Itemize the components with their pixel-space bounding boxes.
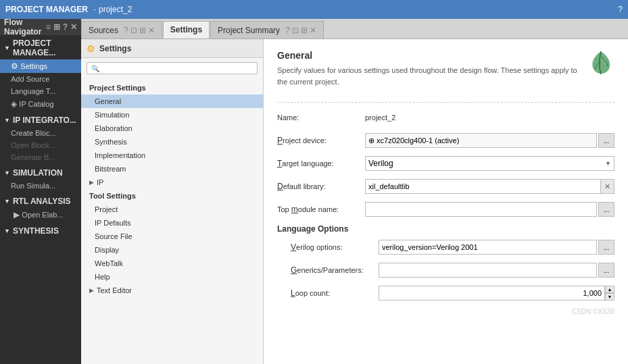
- default-library-clear-button[interactable]: ✕: [601, 179, 614, 194]
- default-library-label: Default library:: [277, 182, 365, 191]
- verilog-options-browse-button[interactable]: ...: [598, 240, 614, 255]
- flow-nav-section-synth: ▼ SYNTHESIS: [0, 223, 81, 239]
- tool-settings-header: Tool Settings: [81, 189, 263, 203]
- settings-tab-label: Settings: [170, 25, 202, 34]
- tree-item-source-file[interactable]: Source File: [81, 230, 263, 243]
- settings-panel-title: Settings: [99, 44, 131, 53]
- search-icon: 🔍: [91, 65, 99, 72]
- summary-tab-icon-close[interactable]: ✕: [310, 26, 316, 35]
- sources-tab-icon-help[interactable]: ?: [124, 26, 128, 35]
- flow-nav-section-header-ip[interactable]: ▼ IP INTEGRATO...: [0, 113, 81, 127]
- nav-icon-3[interactable]: ?: [63, 22, 68, 32]
- form-row-generics: Generics/Parameters: ...: [277, 262, 614, 278]
- top-module-field: ...: [365, 202, 614, 217]
- section-label-pm: PROJECT MANAGE...: [13, 38, 77, 57]
- watermark: CSDN ©XS30: [277, 308, 614, 315]
- ip-arrow-icon: ▶: [89, 179, 94, 186]
- nav-icon-1[interactable]: ≡: [46, 22, 51, 32]
- section-title: General: [277, 50, 581, 61]
- section-label-synth: SYNTHESIS: [13, 226, 59, 236]
- tree-item-elaboration[interactable]: Elaboration: [81, 122, 263, 135]
- arrow-icon-rtl-sub: ▶: [14, 210, 22, 219]
- flow-nav-item-add-source[interactable]: Add Source: [0, 73, 81, 85]
- tab-sources[interactable]: Sources ? ⊡ ⊞ ✕: [81, 21, 162, 38]
- chevron-down-icon: ▼: [605, 160, 611, 167]
- sources-tab-icon-close[interactable]: ✕: [148, 26, 155, 35]
- default-library-input[interactable]: [365, 179, 601, 194]
- ip-icon: ◈: [11, 99, 19, 109]
- flow-nav-item-ip-catalog[interactable]: ◈ IP Catalog: [0, 97, 81, 111]
- loop-count-decrement-button[interactable]: ▼: [605, 293, 614, 301]
- vivado-logo-icon: [587, 50, 614, 77]
- settings-tree-panel: ⚙ Settings 🔍 Project Settings General Si…: [81, 39, 264, 364]
- tree-item-implementation[interactable]: Implementation: [81, 149, 263, 162]
- flow-nav-section-header-pm[interactable]: ▼ PROJECT MANAGE...: [0, 36, 81, 59]
- tree-item-bitstream[interactable]: Bitstream: [81, 162, 263, 176]
- nav-icon-2[interactable]: ⊞: [53, 22, 60, 32]
- flow-nav-header-icons: ≡ ⊞ ? ✕: [46, 22, 77, 32]
- project-settings-header: Project Settings: [81, 81, 263, 95]
- settings-tree: Project Settings General Simulation Elab…: [81, 78, 263, 364]
- target-language-select[interactable]: Verilog ▼: [365, 156, 614, 171]
- sources-tab-icon-restore[interactable]: ⊡: [130, 26, 137, 35]
- flow-nav-title: Flow Navigator: [4, 19, 46, 36]
- arrow-icon-synth: ▼: [4, 228, 10, 234]
- flow-nav-item-generate: Generate B...: [0, 151, 81, 163]
- flow-nav-item-open-elab[interactable]: ▶ Open Elab...: [0, 208, 81, 222]
- verilog-options-field: ...: [379, 240, 614, 255]
- tab-settings[interactable]: Settings: [163, 21, 210, 38]
- sources-tab-icon-max[interactable]: ⊞: [139, 26, 146, 35]
- name-label: Name:: [277, 113, 365, 122]
- top-bar: PROJECT MANAGER - project_2 ?: [0, 0, 628, 19]
- default-library-field: ✕: [365, 179, 614, 194]
- form-row-top-module: Top module name: ...: [277, 201, 614, 217]
- tree-item-project[interactable]: Project: [81, 203, 263, 216]
- summary-tab-icon-restore[interactable]: ⊡: [292, 26, 299, 35]
- verilog-options-input[interactable]: [379, 240, 597, 255]
- project-device-input[interactable]: [365, 133, 597, 148]
- section-desc: Specify values for various settings used…: [277, 65, 581, 87]
- tree-item-webtalk[interactable]: WebTalk: [81, 257, 263, 270]
- flow-nav-section-header-rtl[interactable]: ▼ RTL ANALYSIS: [0, 194, 81, 208]
- nav-icon-4[interactable]: ✕: [70, 22, 77, 32]
- top-module-input[interactable]: [365, 202, 597, 217]
- tree-item-help[interactable]: Help: [81, 270, 263, 284]
- tree-item-general[interactable]: General: [81, 95, 263, 108]
- flow-nav-section-header-synth[interactable]: ▼ SYNTHESIS: [0, 224, 81, 238]
- tree-item-simulation[interactable]: Simulation: [81, 108, 263, 122]
- arrow-icon-ip: ▼: [4, 117, 10, 124]
- flow-nav-section-project-manager: ▼ PROJECT MANAGE... ⚙ Settings Add Sourc…: [0, 35, 81, 112]
- project-device-browse-button[interactable]: ...: [598, 133, 614, 148]
- arrow-icon-sim: ▼: [4, 170, 10, 176]
- settings-panel-gear-icon: ⚙: [87, 43, 95, 54]
- tab-project-summary[interactable]: Project Summary ? ⊡ ⊞ ✕: [210, 21, 324, 38]
- tree-item-display[interactable]: Display: [81, 243, 263, 257]
- flow-nav-item-language[interactable]: Language T...: [0, 85, 81, 97]
- flow-nav-section-header-sim[interactable]: ▼ SIMULATION: [0, 166, 81, 180]
- flow-nav-item-settings[interactable]: ⚙ Settings: [0, 59, 81, 73]
- generics-input[interactable]: [379, 263, 597, 278]
- search-box[interactable]: 🔍: [87, 62, 258, 74]
- text-editor-arrow-icon: ▶: [89, 287, 94, 294]
- search-input[interactable]: [102, 64, 253, 72]
- flow-nav-item-run-sim[interactable]: Run Simula...: [0, 180, 81, 192]
- target-language-value: Verilog: [368, 159, 393, 168]
- form-row-default-library: Default library: ✕: [277, 178, 614, 194]
- help-icon[interactable]: ?: [618, 5, 623, 14]
- flow-nav-item-create-block[interactable]: Create Bloc...: [0, 127, 81, 139]
- flow-nav-header: Flow Navigator ≡ ⊞ ? ✕: [0, 19, 81, 35]
- tree-item-ip-defaults[interactable]: IP Defaults: [81, 216, 263, 230]
- tree-group-ip[interactable]: ▶ IP: [81, 176, 263, 189]
- loop-count-increment-button[interactable]: ▲: [605, 286, 614, 293]
- summary-tab-icon-help[interactable]: ?: [285, 26, 290, 35]
- tree-item-synthesis[interactable]: Synthesis: [81, 135, 263, 149]
- flow-nav-item-open-block: Open Block...: [0, 139, 81, 151]
- tree-group-text-editor[interactable]: ▶ Text Editor: [81, 284, 263, 297]
- summary-tab-icon-max[interactable]: ⊞: [301, 26, 308, 35]
- target-language-label: Target language:: [277, 159, 365, 168]
- generics-browse-button[interactable]: ...: [598, 263, 614, 278]
- form-row-loop-count: Loop count: ▲ ▼: [277, 285, 614, 301]
- section-label-ip: IP INTEGRATO...: [13, 115, 76, 125]
- top-module-browse-button[interactable]: ...: [598, 202, 614, 217]
- loop-count-input[interactable]: [379, 286, 605, 301]
